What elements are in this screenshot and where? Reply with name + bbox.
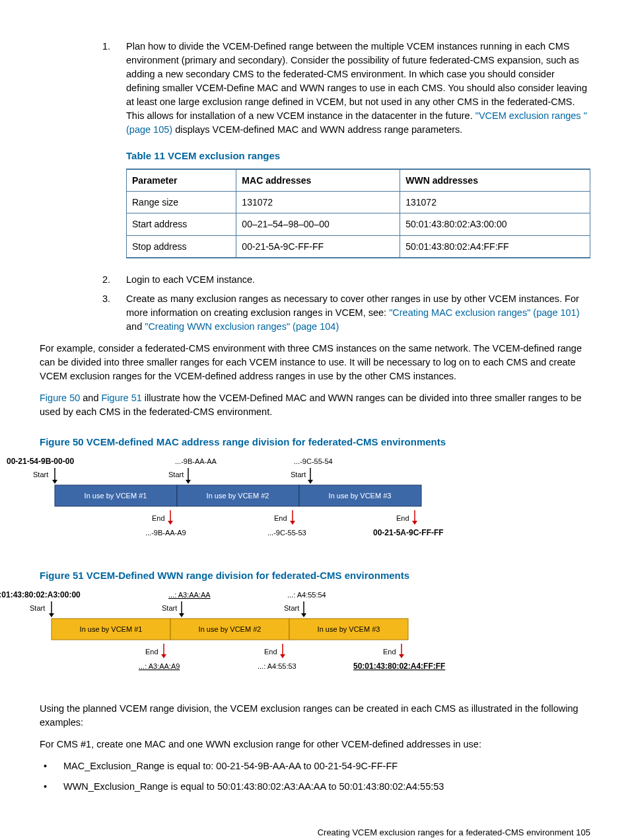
cell: Stop address [127, 235, 236, 258]
label: End [274, 514, 287, 522]
figure-50-caption: Figure 50 VCEM-defined MAC address range… [40, 435, 590, 449]
label: In use by VCEM #3 [318, 625, 380, 633]
text: and [126, 321, 145, 332]
label: ...: A3:AA:AA [168, 591, 211, 599]
figure-51-diagram: 50:01:43:80:02:A3:00:00 ...: A3:AA:AA ..… [0, 590, 499, 682]
label: Start [30, 604, 45, 612]
label: ...: A3:AA:A9 [139, 662, 180, 670]
paragraph: Using the planned VCEM range division, t… [40, 702, 590, 730]
label: End [152, 514, 165, 522]
label: 00-21-54-9B-00-00 [7, 457, 74, 466]
label: ...-9C-55-53 [267, 529, 306, 537]
table-row: Start address 00–21–54–98–00–00 50:01:43… [127, 213, 590, 235]
list-text: Create as many exclusion ranges as neces… [126, 292, 590, 334]
table-row: Stop address 00-21-5A-9C-FF-FF 50:01:43:… [127, 235, 590, 258]
list-number: 2. [102, 273, 126, 287]
cell: 131072 [400, 192, 590, 213]
cell: Range size [127, 192, 236, 213]
label: In use by VCEM #1 [85, 492, 147, 500]
table-exclusion-ranges: Parameter MAC addresses WWN addresses Ra… [126, 169, 590, 258]
cell: 00–21–54–98–00–00 [236, 213, 400, 235]
label: ...-9B-AA-A9 [145, 529, 186, 537]
label: End [396, 514, 409, 522]
cell: 50:01:43:80:02:A3:00:00 [400, 213, 590, 235]
cell: Start address [127, 213, 236, 235]
link-figure-50[interactable]: Figure 50 [40, 393, 80, 403]
table-row: Range size 131072 131072 [127, 192, 590, 213]
label: 50:01:43:80:02:A3:00:00 [0, 590, 81, 599]
list-item-3: 3. Create as many exclusion ranges as ne… [102, 292, 590, 334]
link-figure-51[interactable]: Figure 51 [102, 393, 142, 403]
figure-50-diagram: 00-21-54-9B-00-00 ...-9B-AA-AA ...-9C-55… [0, 456, 499, 549]
label: End [145, 648, 158, 656]
label: Start [168, 471, 184, 478]
paragraph: For CMS #1, create one MAC and one WWN e… [40, 738, 590, 751]
list-text: Login to each VCEM instance. [126, 273, 590, 287]
list-item-1: 1. Plan how to divide the VCEM-Defined r… [102, 40, 590, 268]
label: Start [33, 471, 48, 478]
cell: 50:01:43:80:02:A4:FF:FF [400, 235, 590, 258]
label: End [264, 648, 277, 656]
label: In use by VCEM #2 [199, 625, 262, 633]
label: In use by VCEM #2 [207, 492, 269, 500]
text: displays VCEM-defined MAC and WWN addres… [172, 124, 462, 135]
label: ...: A4:55:53 [258, 662, 297, 670]
text: Plan how to divide the VCEM-Defined rang… [126, 41, 587, 121]
list-text: Plan how to divide the VCEM-Defined rang… [126, 40, 590, 268]
label: Start [162, 604, 177, 612]
label: In use by VCEM #3 [329, 492, 392, 500]
label: End [383, 648, 396, 656]
figure-51-caption: Figure 51 VCEM-Defined WWN range divisio… [40, 568, 590, 583]
bullet-icon: • [40, 780, 63, 794]
text: and [80, 393, 101, 403]
paragraph: Figure 50 and Figure 51 illustrate how t… [40, 391, 590, 419]
page-footer: Creating VCEM exclusion ranges for a fed… [0, 827, 590, 839]
table-caption: Table 11 VCEM exclusion ranges [126, 149, 590, 163]
bullet-list: • MAC_Exclusion_Range is equal to: 00-21… [40, 759, 590, 794]
list-item: • MAC_Exclusion_Range is equal to: 00-21… [40, 759, 590, 773]
paragraph: For example, consider a federated-CMS en… [40, 342, 590, 383]
list-item: • WWN_Exclusion_Range is equal to 50:01:… [40, 780, 590, 794]
bullet-icon: • [40, 759, 63, 773]
th-parameter: Parameter [127, 169, 236, 192]
label: 50:01:43:80:02:A4:FF:FF [353, 662, 445, 671]
label: ...: A4:55:54 [287, 591, 326, 599]
link-wwn-exclusion[interactable]: "Creating WWN exclusion ranges" (page 10… [145, 321, 339, 332]
cell: 131072 [236, 192, 400, 213]
list-number: 1. [102, 40, 126, 268]
label: Start [284, 604, 299, 612]
label: ...-9C-55-54 [294, 457, 333, 465]
list-item-2: 2. Login to each VCEM instance. [102, 273, 590, 287]
label: In use by VCEM #1 [80, 625, 143, 633]
label: 00-21-5A-9C-FF-FF [373, 528, 444, 537]
cell: 00-21-5A-9C-FF-FF [236, 235, 400, 258]
th-wwn: WWN addresses [400, 169, 590, 192]
th-mac: MAC addresses [236, 169, 400, 192]
label: ...-9B-AA-AA [175, 457, 217, 465]
link-mac-exclusion[interactable]: "Creating MAC exclusion ranges" (page 10… [389, 307, 579, 318]
text: MAC_Exclusion_Range is equal to: 00-21-5… [63, 759, 590, 773]
list-number: 3. [102, 292, 126, 334]
page-content: 1. Plan how to divide the VCEM-Defined r… [40, 40, 590, 839]
label: Start [291, 471, 306, 478]
text: WWN_Exclusion_Range is equal to 50:01:43… [63, 780, 590, 794]
